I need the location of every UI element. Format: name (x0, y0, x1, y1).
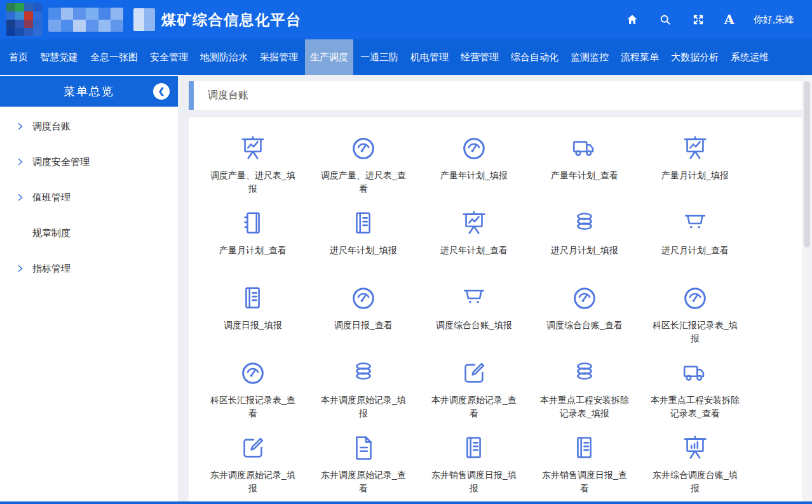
sidebar-item-label: 调度台账 (32, 121, 71, 133)
nav-tab[interactable]: 智慧党建 (35, 39, 83, 75)
breadcrumb-accent (189, 81, 194, 110)
nav-tab[interactable]: 全息一张图 (85, 39, 143, 75)
logo-mosaic (6, 3, 155, 36)
tile-label: 进尺月计划_填报 (551, 244, 618, 257)
app-tile[interactable]: 产量年计划_填报 (419, 134, 529, 209)
app-tile[interactable]: 产量年计划_查看 (529, 134, 640, 209)
app-tile[interactable]: 进尺年计划_查看 (419, 209, 529, 284)
app-tile[interactable]: 产量月计划_填报 (640, 134, 750, 209)
scrollbar[interactable] (802, 76, 812, 504)
app-tile[interactable]: 本井重点工程安装拆除记录表_查看 (640, 359, 750, 434)
tile-label: 东井综合调度台账_填报 (649, 468, 741, 495)
app-tile[interactable]: 科区长汇报记录表_填报 (640, 284, 750, 359)
tile-label: 本井重点工程安装拆除记录表_查看 (649, 394, 741, 420)
nav-tab[interactable]: 首页 (4, 39, 33, 75)
app-tile[interactable]: 进尺月计划_查看 (640, 209, 750, 284)
gauge-icon (459, 134, 489, 163)
tile-label: 调度日报_查看 (334, 319, 393, 332)
app-tile[interactable]: 本井重点工程安装拆除记录表_填报 (529, 359, 640, 434)
content-panel: 调度产量、进尺表_填报调度产量、进尺表_查看产量年计划_填报产量年计划_查看产量… (189, 117, 802, 504)
sidebar-header: 菜单总览 ❮ (0, 76, 178, 107)
app-tile[interactable]: 东井销售调度日报_查看 (529, 434, 640, 504)
breadcrumb-label: 调度台账 (208, 89, 248, 102)
notebook-lines-icon (570, 434, 599, 463)
truck-icon (570, 134, 599, 163)
tile-label: 调度产量、进尺表_填报 (206, 169, 299, 196)
gauge-icon (349, 284, 378, 313)
sidebar-item[interactable]: 值班管理 (0, 180, 178, 215)
app-tile[interactable]: 进尺年计划_填报 (308, 209, 419, 284)
app-tile[interactable]: 本井调度原始记录_查看 (419, 359, 529, 434)
app-tile[interactable]: 本井调度原始记录_填报 (308, 359, 419, 434)
app-tile[interactable]: 调度综合台账_查看 (529, 284, 640, 359)
logo-emblem (6, 3, 42, 36)
database-icon (349, 359, 378, 388)
fullscreen-icon[interactable] (691, 13, 705, 27)
presentation-line-icon (459, 209, 489, 238)
nav-tab[interactable]: 机电管理 (405, 39, 454, 75)
nav-tab[interactable]: 流程菜单 (616, 39, 664, 75)
gauge-icon (238, 359, 267, 388)
presentation-line-icon (238, 134, 267, 163)
app-tile[interactable]: 产量月计划_查看 (198, 209, 308, 284)
sidebar-menu: 调度台账调度安全管理值班管理规章制度指标管理 (0, 107, 178, 286)
app-tile[interactable]: 东井调度原始记录_填报 (198, 434, 308, 504)
app-tile[interactable]: 调度综合台账_填报 (419, 284, 529, 359)
user-greeting[interactable]: 你好,朱峰 (754, 14, 794, 26)
sidebar-item[interactable]: 指标管理 (0, 251, 178, 286)
main-nav: 首页智慧党建全息一张图安全管理地测防治水采掘管理生产调度一通三防机电管理经营管理… (0, 39, 812, 75)
logo-redacted-text-2 (133, 8, 155, 31)
tile-label: 本井调度原始记录_填报 (317, 394, 410, 420)
sidebar-item-label: 值班管理 (32, 192, 71, 204)
app-tile[interactable]: 调度日报_查看 (308, 284, 419, 359)
tile-label: 东井销售调度日报_查看 (538, 468, 631, 495)
nav-tab[interactable]: 安全管理 (145, 39, 193, 75)
nav-tab[interactable]: 系统运维 (726, 39, 774, 75)
tile-label: 东井调度原始记录_查看 (317, 468, 410, 495)
tile-label: 进尺年计划_查看 (440, 244, 508, 257)
edit-icon (459, 359, 489, 388)
nav-tab[interactable]: 采掘管理 (255, 39, 303, 75)
scrollbar-thumb[interactable] (804, 81, 810, 248)
sidebar-item-label: 指标管理 (32, 263, 71, 275)
nav-tab[interactable]: 综合自动化 (506, 39, 564, 75)
app-tile[interactable]: 调度产量、进尺表_填报 (198, 134, 308, 209)
tile-label: 进尺月计划_查看 (661, 244, 729, 257)
home-icon[interactable] (625, 13, 639, 27)
nav-tab[interactable]: 监测监控 (565, 39, 614, 75)
app-tile[interactable]: 科区长汇报记录表_查看 (198, 359, 308, 434)
header-actions: A 你好,朱峰 (625, 13, 794, 27)
app-tile[interactable]: 调度日报_填报 (198, 284, 308, 359)
tile-label: 产量年计划_填报 (440, 169, 508, 182)
sidebar-item[interactable]: 调度安全管理 (0, 144, 178, 180)
sidebar-item[interactable]: 调度台账 (0, 109, 178, 144)
app-tile[interactable]: 东井综合调度台账_填报 (640, 434, 750, 504)
nav-tab[interactable]: 一通三防 (355, 39, 403, 75)
font-size-icon[interactable]: A (724, 13, 734, 27)
app-tile[interactable]: 进尺月计划_填报 (529, 209, 640, 284)
chevron-right-icon (17, 194, 24, 201)
nav-tab[interactable]: 经营管理 (456, 39, 504, 75)
notebook-lines-icon (238, 284, 267, 313)
breadcrumb: 调度台账 (189, 81, 802, 110)
collapse-sidebar-button[interactable]: ❮ (153, 83, 170, 100)
nav-tab[interactable]: 地测防治水 (195, 39, 253, 75)
search-icon[interactable] (658, 13, 672, 27)
sidebar-item-label: 调度安全管理 (32, 156, 90, 168)
cart-icon (680, 209, 710, 238)
nav-tab[interactable]: 生产调度 (305, 39, 353, 75)
tile-label: 东井调度原始记录_填报 (206, 468, 299, 495)
app-tile-grid: 调度产量、进尺表_填报调度产量、进尺表_查看产量年计划_填报产量年计划_查看产量… (198, 134, 802, 504)
main-content: 调度台账 调度产量、进尺表_填报调度产量、进尺表_查看产量年计划_填报产量年计划… (178, 75, 812, 504)
app-tile[interactable]: 调度产量、进尺表_查看 (308, 134, 419, 209)
document-icon (349, 434, 378, 463)
app-tile[interactable]: 东井销售调度日报_填报 (419, 434, 529, 504)
app-tile[interactable]: 东井调度原始记录_查看 (308, 434, 419, 504)
nav-tab[interactable]: 大数据分析 (666, 39, 724, 75)
tile-label: 调度综合台账_查看 (546, 319, 623, 332)
sidebar-item-label: 规章制度 (32, 227, 71, 239)
sidebar-item[interactable]: 规章制度 (0, 215, 178, 251)
tile-label: 产量月计划_填报 (661, 169, 729, 182)
logo-redacted-text (48, 8, 123, 32)
gauge-icon (570, 284, 599, 313)
